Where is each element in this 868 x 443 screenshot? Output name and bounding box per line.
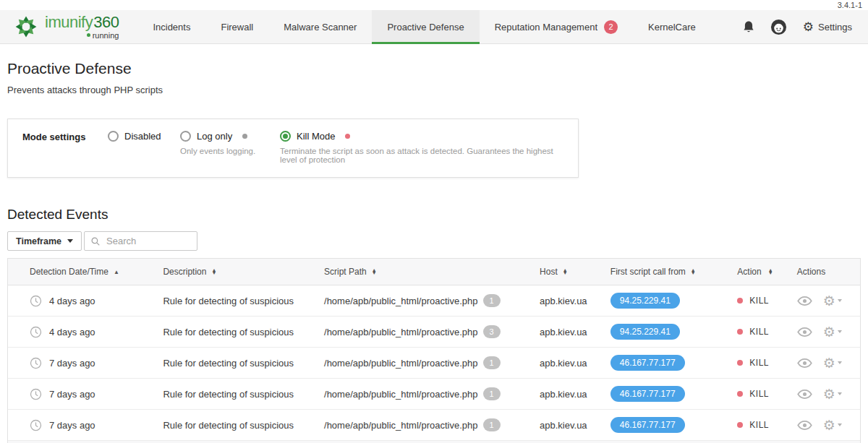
nav-item-label: Incidents [153, 22, 190, 33]
gear-dropdown[interactable]: ⚙ [823, 294, 842, 308]
column-header-script-path[interactable]: Script Path ▲▼ [324, 267, 540, 277]
radio-kill-mode-label: Kill Mode [297, 131, 335, 142]
sort-icon: ▲▼ [768, 269, 773, 275]
eye-icon[interactable] [797, 296, 812, 306]
nav-item-reputation-management[interactable]: Reputation Management 2 [480, 10, 633, 43]
kill-dot-icon [737, 329, 743, 335]
event-description: Rule for detecting of suspicious [163, 327, 324, 337]
eye-icon[interactable] [797, 327, 812, 337]
gear-icon: ⚙ [823, 294, 835, 308]
table-row: 4 days ago Rule for detecting of suspici… [8, 317, 860, 348]
nav-item-firewall[interactable]: Firewall [205, 10, 268, 43]
nav-item-label: Proactive Defense [387, 22, 464, 33]
ip-pill[interactable]: 94.25.229.41 [610, 324, 680, 340]
event-description: Rule for detecting of suspicious [163, 358, 324, 369]
gear-dropdown[interactable]: ⚙ [823, 387, 842, 401]
action-label: KILL [749, 358, 769, 368]
ip-pill[interactable]: 46.167.77.177 [610, 355, 685, 371]
table-row: 4 days ago Rule for detecting of suspici… [8, 285, 860, 317]
settings-label: Settings [818, 22, 852, 33]
detection-time: 4 days ago [49, 327, 95, 337]
table-row: 7 days ago Rule for detecting of suspici… [8, 379, 860, 410]
event-description: Rule for detecting of suspicious [163, 389, 324, 400]
search-input[interactable] [105, 235, 190, 247]
clock-icon [30, 388, 42, 400]
chevron-down-icon [838, 361, 842, 364]
settings-button[interactable]: ⚙ Settings [803, 21, 852, 33]
event-description: Rule for detecting of suspicious [163, 296, 324, 306]
table-row: 7 days ago Rule for detecting of suspici… [8, 410, 860, 441]
sort-icon: ▲▼ [211, 269, 216, 275]
nav-item-malware-scanner[interactable]: Malware Scanner [268, 10, 372, 43]
radio-circle-checked-icon [280, 131, 291, 142]
logo[interactable]: imunify360 running [0, 10, 137, 43]
gear-icon: ⚙ [803, 21, 814, 33]
clock-icon [30, 419, 42, 431]
ip-pill[interactable]: 46.167.77.177 [610, 417, 685, 433]
navbar-right: ⚙ Settings [743, 10, 868, 43]
filter-row: Timeframe [7, 231, 861, 251]
sort-icon: ▲▼ [691, 269, 696, 275]
radio-log-only[interactable]: Log only [180, 131, 280, 142]
radio-disabled[interactable]: Disabled [108, 131, 180, 142]
action-label: KILL [749, 389, 769, 399]
column-header-first-call[interactable]: First script call from ▲▼ [610, 267, 738, 277]
count-badge: 1 [483, 387, 501, 400]
notification-count-badge: 2 [604, 20, 618, 34]
action-label: KILL [749, 327, 769, 337]
radio-log-only-label: Log only [197, 131, 232, 142]
support-avatar-icon[interactable] [770, 19, 787, 35]
gear-dropdown[interactable]: ⚙ [823, 418, 842, 432]
nav-item-label: Firewall [221, 22, 253, 33]
log-only-description: Only events logging. [180, 147, 280, 155]
column-header-description[interactable]: Description ▲▼ [163, 267, 324, 277]
sort-icon: ▲▼ [372, 269, 377, 275]
timeframe-label: Timeframe [16, 236, 61, 246]
eye-icon[interactable] [797, 421, 812, 430]
kill-dot-icon [737, 360, 743, 366]
host: apb.kiev.ua [540, 358, 610, 369]
action-label: KILL [749, 420, 769, 430]
chevron-down-icon [838, 392, 842, 395]
top-navbar: imunify360 running Incidents Firewall Ma… [0, 10, 868, 44]
kill-dot-icon [737, 298, 743, 304]
column-header-action[interactable]: Action ▲▼ [737, 267, 796, 277]
running-label: running [93, 31, 119, 40]
chevron-down-icon [67, 239, 73, 243]
log-only-status-dot-icon [242, 134, 247, 139]
app-version: 3.4.1-1 [838, 1, 862, 9]
ip-pill[interactable]: 94.25.229.41 [610, 293, 680, 309]
radio-kill-mode[interactable]: Kill Mode [280, 131, 563, 142]
eye-icon[interactable] [797, 358, 812, 368]
nav-item-kernelcare[interactable]: KernelCare [633, 10, 711, 43]
clock-icon [30, 357, 42, 369]
gear-dropdown[interactable]: ⚙ [823, 356, 842, 370]
gear-dropdown[interactable]: ⚙ [823, 325, 842, 339]
eye-icon[interactable] [797, 390, 812, 399]
host: apb.kiev.ua [540, 420, 610, 431]
nav-item-label: Malware Scanner [284, 22, 357, 33]
sort-icon: ▲▼ [563, 269, 568, 275]
search-box[interactable] [84, 231, 197, 251]
running-dot-icon [87, 33, 90, 37]
host: apb.kiev.ua [540, 327, 610, 337]
detection-time: 4 days ago [49, 296, 95, 306]
nav-items: Incidents Firewall Malware Scanner Proac… [137, 10, 710, 43]
ip-pill[interactable]: 46.167.77.177 [610, 386, 685, 402]
nav-item-proactive-defense[interactable]: Proactive Defense [372, 10, 479, 43]
radio-circle-icon [108, 131, 119, 142]
timeframe-dropdown[interactable]: Timeframe [7, 231, 82, 251]
column-header-host[interactable]: Host ▲▼ [540, 267, 610, 277]
sort-asc-icon: ▲ [114, 269, 119, 275]
script-path: /home/apb/public_html/proactive.php [324, 327, 477, 337]
bell-icon[interactable] [743, 20, 754, 33]
page-subtitle: Prevents attacks through PHP scripts [7, 85, 868, 95]
count-badge: 3 [483, 325, 501, 338]
host: apb.kiev.ua [540, 389, 610, 400]
count-badge: 1 [483, 418, 501, 431]
script-path: /home/apb/public_html/proactive.php [324, 389, 477, 400]
mode-settings-label: Mode settings [22, 131, 108, 164]
column-header-detection-time[interactable]: Detection Date/Time ▲ [8, 267, 163, 277]
count-badge: 1 [483, 294, 501, 307]
nav-item-incidents[interactable]: Incidents [137, 10, 205, 43]
